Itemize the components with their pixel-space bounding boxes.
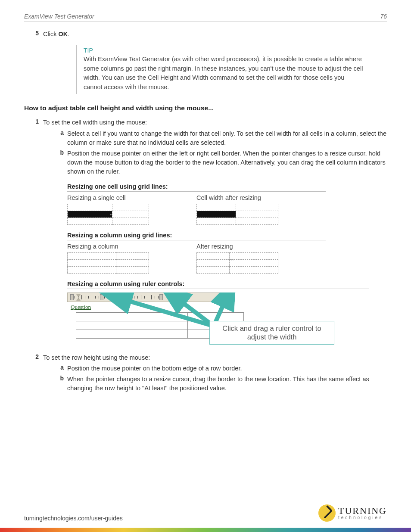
step-2: 2 To set the row height using the mouse: xyxy=(24,353,387,363)
ruler-bar xyxy=(67,292,235,302)
step-2b-letter: b xyxy=(58,375,67,393)
step-1b-letter: b xyxy=(58,149,67,176)
figure2-left-table xyxy=(67,252,149,274)
step-1: 1 To set the cell width using the mouse: xyxy=(24,118,387,128)
step-1a-letter: a xyxy=(58,129,67,147)
figure2-left-caption: Resizing a column xyxy=(67,243,196,250)
step-number-2: 2 xyxy=(24,353,43,363)
step-2b: b When the pointer changes to a resize c… xyxy=(24,375,387,393)
section-heading: How to adjust table cell height and widt… xyxy=(24,104,387,112)
figure-resizing-column: Resizing a column using grid lines: Resi… xyxy=(67,232,326,274)
resize-cursor-icon: ↔ xyxy=(230,257,235,262)
figure1-right-caption: Cell width after resizing xyxy=(196,194,326,201)
ruler-column-marker-icon xyxy=(130,294,133,300)
figure1-right-table xyxy=(196,204,278,225)
brand-logo-icon xyxy=(318,504,336,522)
resize-cursor-icon: ↔ xyxy=(109,212,113,217)
step-2a: a Position the mouse pointer on the bott… xyxy=(24,364,387,373)
ruler-column-marker-icon xyxy=(159,294,163,300)
step-2a-body: Position the mouse pointer on the bottom… xyxy=(67,364,387,373)
step-2b-body: When the pointer changes to a resize cur… xyxy=(67,375,387,393)
ruler-column-marker-icon xyxy=(70,294,74,300)
ruler-figure: Question Click and drag a ruler control … xyxy=(67,292,369,339)
step-2-body: To set the row height using the mouse: xyxy=(43,353,387,363)
step-1b-body: Position the mouse pointer on either the… xyxy=(67,149,387,176)
figure1-left-caption: Resizing a single cell xyxy=(67,194,196,201)
step-5: 5 Click OK. xyxy=(24,30,387,39)
step-number-1: 1 xyxy=(24,118,43,128)
header-title: ExamView Test Generator xyxy=(24,13,94,20)
step-5-body: Click OK. xyxy=(43,30,387,39)
figure-resizing-ruler: Resizing a column using ruler controls: … xyxy=(67,280,369,339)
callout-box: Click and drag a ruler control to adjust… xyxy=(209,321,334,345)
figure3-heading: Resizing a column using ruler controls: xyxy=(67,280,369,289)
step-5-bold: OK xyxy=(58,31,68,37)
figure1-heading: Resizing one cell using grid lines: xyxy=(67,183,326,192)
figure2-right-table: ↔ xyxy=(196,252,278,274)
step-number-5: 5 xyxy=(24,30,43,39)
step-1-body: To set the cell width using the mouse: xyxy=(43,118,387,128)
step-1a: a Select a cell if you want to change th… xyxy=(24,129,387,147)
footer-url: turningtechnologies.com/user-guides xyxy=(24,515,123,522)
page-header: ExamView Test Generator 76 xyxy=(24,13,387,22)
ruler-column-marker-icon xyxy=(100,294,103,300)
figure2-heading: Resizing a column using grid lines: xyxy=(67,232,326,240)
page-footer: turningtechnologies.com/user-guides TURN… xyxy=(24,504,387,522)
figure1-left-table: ↔ xyxy=(67,204,149,225)
step-1b: b Position the mouse pointer on either t… xyxy=(24,149,387,176)
brand-name-top: TURNING xyxy=(338,507,387,516)
step-5-post: . xyxy=(68,31,69,37)
brand-logo: TURNING technologies xyxy=(318,504,387,522)
page-number: 76 xyxy=(380,13,387,20)
footer-gradient-bar xyxy=(0,528,411,532)
tip-label: TIP xyxy=(84,47,364,54)
step-2a-letter: a xyxy=(58,364,67,373)
figure2-right-caption: After resizing xyxy=(196,243,326,250)
step-5-pre: Click xyxy=(43,31,58,37)
tip-block: TIP With ExamView Test Generator (as wit… xyxy=(76,45,369,94)
question-label: Question xyxy=(71,304,369,311)
figure-resizing-one-cell: Resizing one cell using grid lines: Resi… xyxy=(67,183,326,225)
brand-name-bottom: technologies xyxy=(338,516,387,520)
tip-text: With ExamView Test Generator (as with ot… xyxy=(84,55,364,92)
step-1a-body: Select a cell if you want to change the … xyxy=(67,129,387,147)
